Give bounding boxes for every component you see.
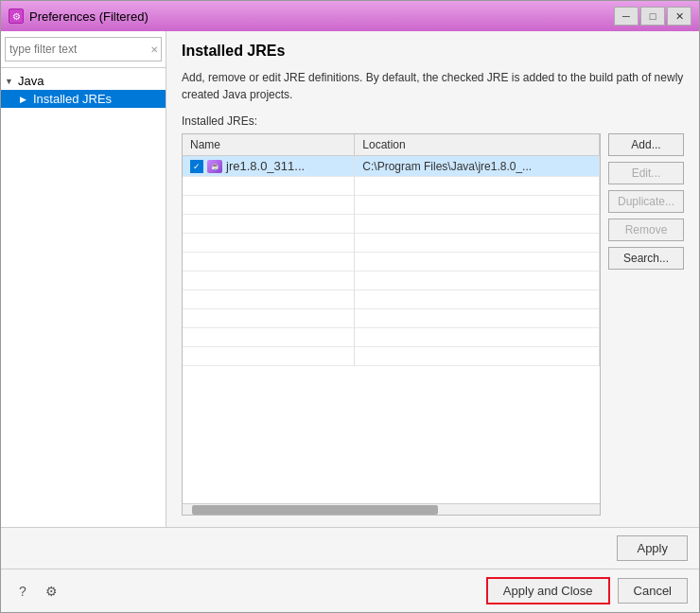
maximize-button[interactable]: □ xyxy=(640,7,665,26)
tree-item-java[interactable]: ▼ Java xyxy=(1,72,166,90)
right-panel: Installed JREs Add, remove or edit JRE d… xyxy=(166,31,699,527)
installed-jres-label: Installed JREs: xyxy=(182,114,684,128)
apply-bar: Apply xyxy=(1,527,699,569)
jre-checkbox[interactable]: ✓ xyxy=(190,160,203,173)
sidebar: ✕ ▼ Java ▶ Installed JREs xyxy=(1,31,166,527)
cancel-button[interactable]: Cancel xyxy=(618,578,688,604)
footer-right: Apply and Close Cancel xyxy=(486,577,688,604)
tree-item-label: Java xyxy=(18,74,44,88)
table-row[interactable]: ✓ ☕ jre1.8.0_311... C:\Program Files\Jav… xyxy=(183,156,600,177)
edit-button[interactable]: Edit... xyxy=(608,162,684,184)
footer-left: ? ⚙ xyxy=(12,581,61,602)
jre-table-wrapper: Name Location ✓ ☕ xyxy=(182,133,601,516)
remove-button[interactable]: Remove xyxy=(608,219,684,241)
jre-icon: ☕ xyxy=(207,160,222,173)
empty-row-6 xyxy=(183,271,600,290)
empty-row-2 xyxy=(183,196,600,215)
jre-table-container: Name Location ✓ ☕ xyxy=(182,133,684,516)
empty-row-9 xyxy=(183,328,600,347)
empty-row-8 xyxy=(183,309,600,328)
empty-row-5 xyxy=(183,253,600,271)
tree-view: ▼ Java ▶ Installed JREs xyxy=(1,68,166,527)
apply-close-button[interactable]: Apply and Close xyxy=(486,577,610,604)
settings-button[interactable]: ⚙ xyxy=(41,581,61,602)
empty-row-1 xyxy=(183,177,600,196)
window-icon: ⚙ xyxy=(9,9,24,24)
panel-title: Installed JREs xyxy=(182,43,684,60)
jre-table: Name Location ✓ ☕ xyxy=(183,134,600,366)
title-bar: ⚙ Preferences (Filtered) ─ □ ✕ xyxy=(1,1,699,31)
close-button[interactable]: ✕ xyxy=(667,7,691,26)
col-location: Location xyxy=(355,134,600,156)
horizontal-scrollbar[interactable] xyxy=(183,503,600,515)
jre-name-cell: ✓ ☕ jre1.8.0_311... xyxy=(183,156,355,177)
empty-row-3 xyxy=(183,215,600,234)
col-name: Name xyxy=(183,134,355,156)
jre-location-cell: C:\Program Files\Java\jre1.8.0_... xyxy=(355,156,600,177)
tree-item-installed-jres[interactable]: ▶ Installed JREs xyxy=(1,90,166,108)
search-button[interactable]: Search... xyxy=(608,247,684,270)
main-content: ✕ ▼ Java ▶ Installed JREs Installed JREs… xyxy=(1,31,699,527)
preferences-window: ⚙ Preferences (Filtered) ─ □ ✕ ✕ ▼ Java … xyxy=(0,0,700,613)
filter-clear-icon: ✕ xyxy=(150,44,158,55)
empty-row-10 xyxy=(183,347,600,366)
tree-item-label-jre: Installed JREs xyxy=(33,92,112,106)
scrollbar-thumb[interactable] xyxy=(192,505,438,515)
empty-row-4 xyxy=(183,234,600,253)
footer-bar: ? ⚙ Apply and Close Cancel xyxy=(1,569,699,612)
empty-row-7 xyxy=(183,290,600,309)
jre-action-buttons: Add... Edit... Duplicate... Remove Searc… xyxy=(608,133,684,516)
window-controls: ─ □ ✕ xyxy=(614,7,691,26)
minimize-button[interactable]: ─ xyxy=(614,7,639,26)
expand-arrow-child: ▶ xyxy=(20,95,31,104)
jre-name: jre1.8.0_311... xyxy=(226,159,305,173)
expand-arrow: ▼ xyxy=(5,77,16,86)
window-title: Preferences (Filtered) xyxy=(29,9,614,24)
filter-input-container: ✕ xyxy=(1,31,166,68)
apply-button[interactable]: Apply xyxy=(617,535,688,561)
duplicate-button[interactable]: Duplicate... xyxy=(608,190,684,213)
help-button[interactable]: ? xyxy=(12,581,33,602)
filter-input[interactable] xyxy=(5,37,162,61)
jre-table-scroll[interactable]: Name Location ✓ ☕ xyxy=(183,134,600,503)
add-button[interactable]: Add... xyxy=(608,133,684,156)
panel-description: Add, remove or edit JRE definitions. By … xyxy=(182,69,684,103)
